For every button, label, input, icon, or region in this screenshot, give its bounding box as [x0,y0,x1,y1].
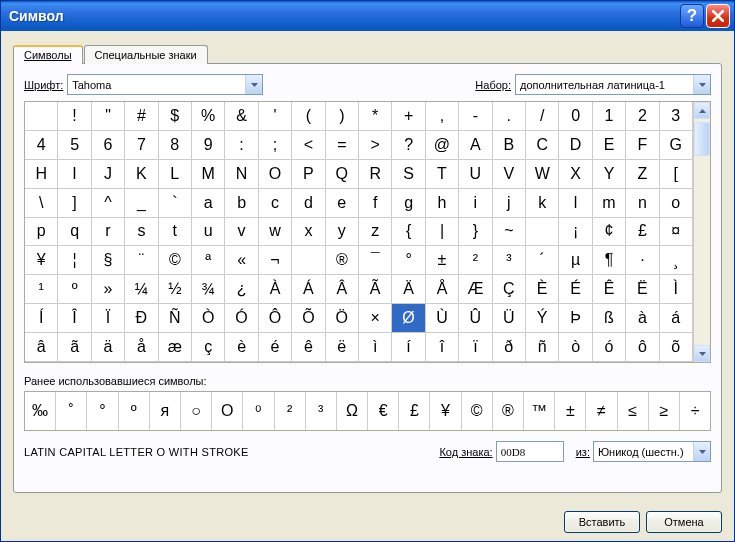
symbol-cell[interactable]: Ñ [159,304,192,333]
symbol-cell[interactable]: / [526,102,559,131]
symbol-cell[interactable]: + [392,102,425,131]
symbol-cell[interactable]: n [626,189,659,218]
symbol-cell[interactable]: G [660,131,693,160]
recent-symbol-cell[interactable]: º [119,392,150,430]
symbol-cell[interactable]: 3 [660,102,693,131]
symbol-cell[interactable]: 7 [125,131,158,160]
symbol-cell[interactable]: Ó [225,304,258,333]
recent-symbol-cell[interactable]: O [212,392,243,430]
symbol-cell[interactable]: ? [392,131,425,160]
symbol-cell[interactable]: Õ [292,304,325,333]
close-button[interactable] [706,4,730,28]
symbol-cell[interactable]: ¶ [593,246,626,275]
symbol-cell[interactable]: Ô [259,304,292,333]
symbol-cell[interactable]: ä [92,333,125,362]
symbol-cell[interactable]: r [92,218,125,247]
symbol-cell[interactable]: C [526,131,559,160]
symbol-cell[interactable]: á [660,304,693,333]
symbol-cell[interactable]: Å [426,275,459,304]
symbol-cell[interactable]: ¾ [192,275,225,304]
symbol-cell[interactable]: t [159,218,192,247]
scrollbar[interactable] [693,102,710,362]
symbol-cell[interactable]: ô [626,333,659,362]
symbol-cell[interactable]: K [125,160,158,189]
recent-symbol-cell[interactable]: € [368,392,399,430]
symbol-cell[interactable]: Q [326,160,359,189]
symbol-cell[interactable]: T [426,160,459,189]
symbol-cell[interactable]: d [292,189,325,218]
symbol-cell[interactable]: x [292,218,325,247]
symbol-cell[interactable]: 4 [25,131,58,160]
symbol-cell[interactable]: k [526,189,559,218]
symbol-cell[interactable]: Ì [660,275,693,304]
symbol-cell[interactable]: Ù [426,304,459,333]
symbol-cell[interactable]: Á [292,275,325,304]
symbol-cell[interactable]: ñ [526,333,559,362]
symbol-cell[interactable]: y [326,218,359,247]
symbol-cell[interactable]: ­ [292,246,325,275]
symbol-cell[interactable]: = [326,131,359,160]
tab-symbols[interactable]: Символы [13,45,83,64]
symbol-cell[interactable]: F [626,131,659,160]
symbol-cell[interactable]: N [225,160,258,189]
symbol-cell[interactable]: P [292,160,325,189]
recent-symbol-cell[interactable]: ≠ [586,392,617,430]
symbol-cell[interactable]: ¨ [125,246,158,275]
symbol-cell[interactable]: Û [459,304,492,333]
symbol-cell[interactable]: ¼ [125,275,158,304]
symbol-cell[interactable]: _ [125,189,158,218]
symbol-cell[interactable]: H [25,160,58,189]
symbol-cell[interactable]: æ [159,333,192,362]
symbol-cell[interactable]: 5 [58,131,91,160]
symbol-cell[interactable]: \ [25,189,58,218]
symbol-cell[interactable]: µ [559,246,592,275]
symbol-cell[interactable]: M [192,160,225,189]
symbol-cell[interactable]: º [58,275,91,304]
symbol-cell[interactable]: 9 [192,131,225,160]
symbol-cell[interactable]: Ð [125,304,158,333]
symbol-cell[interactable]: W [526,160,559,189]
symbol-cell[interactable]: ¬ [259,246,292,275]
symbol-cell[interactable]: 2 [626,102,659,131]
symbol-cell[interactable]: Ý [526,304,559,333]
symbol-cell[interactable]: S [392,160,425,189]
symbol-cell[interactable]: h [426,189,459,218]
symbol-cell[interactable]: & [225,102,258,131]
symbol-cell[interactable]: z [359,218,392,247]
symbol-cell[interactable]: s [125,218,158,247]
symbol-cell[interactable]: D [559,131,592,160]
symbol-cell[interactable]: L [159,160,192,189]
symbol-cell[interactable]: £ [626,218,659,247]
symbol-cell[interactable]: î [426,333,459,362]
symbol-cell[interactable]: â [25,333,58,362]
symbol-cell[interactable]: . [493,102,526,131]
symbol-cell[interactable]: Ä [392,275,425,304]
symbol-cell[interactable]: ! [58,102,91,131]
symbol-cell[interactable]: } [459,218,492,247]
recent-symbol-cell[interactable]: ™ [524,392,555,430]
symbol-cell[interactable]: J [92,160,125,189]
insert-button[interactable]: Вставить [564,511,640,533]
symbol-cell[interactable]: « [225,246,258,275]
symbol-cell[interactable]: * [359,102,392,131]
symbol-cell[interactable]: e [326,189,359,218]
symbol-cell[interactable]: Ê [593,275,626,304]
symbol-cell[interactable]: ¢ [593,218,626,247]
symbol-cell[interactable]: Þ [559,304,592,333]
symbol-cell[interactable]: Ò [192,304,225,333]
symbol-cell[interactable]: ¿ [225,275,258,304]
symbol-cell[interactable]: õ [660,333,693,362]
scroll-up-button[interactable] [694,102,710,119]
symbol-cell[interactable]: 0 [559,102,592,131]
symbol-cell[interactable]: ë [326,333,359,362]
recent-symbol-cell[interactable]: ³ [306,392,337,430]
symbol-cell[interactable]: ï [459,333,492,362]
symbol-cell[interactable]: $ [159,102,192,131]
symbol-cell[interactable]: E [593,131,626,160]
recent-symbol-cell[interactable]: ‰ [25,392,56,430]
symbol-cell[interactable]: | [426,218,459,247]
symbol-cell[interactable]: È [526,275,559,304]
symbol-cell[interactable]: Ö [326,304,359,333]
symbol-cell[interactable]: ê [292,333,325,362]
symbol-cell[interactable]: p [25,218,58,247]
